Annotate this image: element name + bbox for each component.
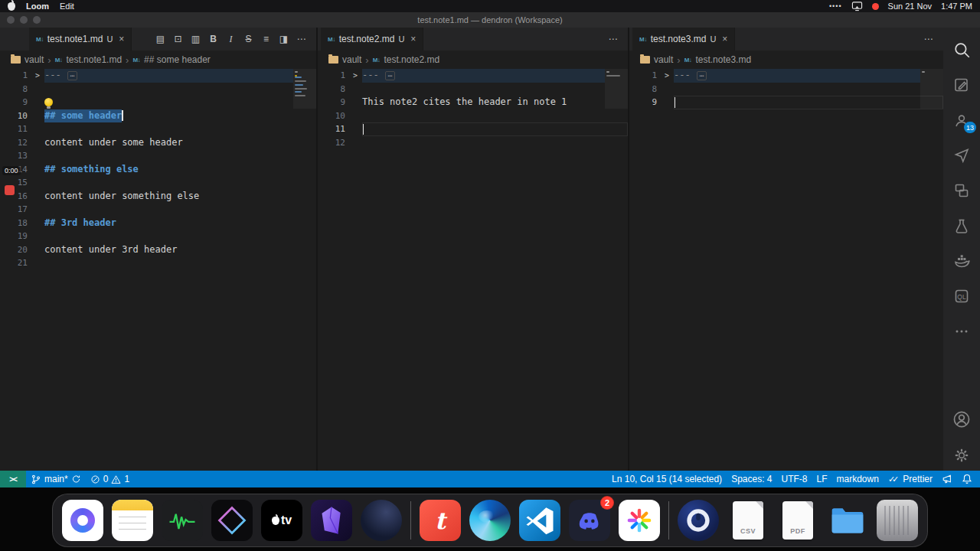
dock-item-csv-file[interactable]: CSV <box>727 500 769 541</box>
editor-line-17[interactable]: 17 <box>0 203 316 217</box>
encoding[interactable]: UTF-8 <box>777 471 812 487</box>
breadcrumb-file[interactable]: test.note3.md <box>695 54 751 65</box>
editor-2[interactable]: 1>---⋯89This note2 cites the header in n… <box>318 69 628 471</box>
layouts-icon[interactable] <box>943 173 980 208</box>
editor-line-8[interactable]: 8 <box>629 83 943 96</box>
editor-line-9[interactable]: 9This note2 cites the header in note 1 <box>318 96 628 109</box>
send-icon[interactable] <box>943 138 980 173</box>
editor-line-19[interactable]: 19 <box>0 230 316 243</box>
tab-test-note1[interactable]: M↓ test.note1.md U × <box>29 28 132 51</box>
language-mode[interactable]: markdown <box>832 471 884 487</box>
breadcrumb-vault[interactable]: vault <box>342 54 361 65</box>
folded-region-ellipsis[interactable]: ⋯ <box>697 71 707 80</box>
git-branch[interactable]: main* <box>26 471 86 487</box>
editor-line-16[interactable]: 16content under something else <box>0 190 316 204</box>
editor-line-8[interactable]: 8 <box>0 83 316 96</box>
dock-item-prism[interactable] <box>211 500 253 541</box>
breadcrumb-file[interactable]: test.note2.md <box>384 54 439 65</box>
editor-line-11[interactable]: 11 <box>0 122 316 136</box>
menubar-overflow-icon[interactable]: •••• <box>829 2 842 10</box>
recording-indicator-icon[interactable] <box>872 3 879 10</box>
dock-item-obsidian[interactable] <box>311 500 352 541</box>
search-icon[interactable] <box>943 32 980 67</box>
editor-line-10[interactable]: 10 <box>318 109 628 123</box>
strikethrough-icon[interactable]: S <box>240 34 257 44</box>
window-title-bar[interactable]: test.note1.md — dendron (Workspace) <box>0 12 980 28</box>
breadcrumb-file[interactable]: test.note1.md <box>66 54 122 65</box>
editor-line-1[interactable]: 1>---⋯ <box>629 69 943 83</box>
tab-test-note3[interactable]: M↓ test.note3.md U × <box>632 28 735 51</box>
problems-indicator[interactable]: 0 1 <box>86 471 134 487</box>
dock-item-audio-recorder[interactable] <box>162 500 203 541</box>
breadcrumb-symbol[interactable]: ## some header <box>144 54 211 65</box>
fold-chevron-icon[interactable]: > <box>348 71 362 80</box>
dock-item-vscode[interactable] <box>519 500 560 541</box>
folded-region-ellipsis[interactable]: ⋯ <box>67 71 77 80</box>
editor-line-1[interactable]: 1>---⋯ <box>318 69 628 83</box>
bold-icon[interactable]: B <box>204 34 222 44</box>
formatter-status[interactable]: ✓✓ Prettier <box>884 471 937 487</box>
dock-item-notes[interactable] <box>112 500 153 541</box>
editor-line-11[interactable]: 11 <box>318 122 628 136</box>
editor-line-8[interactable]: 8 <box>318 83 628 96</box>
open-preview-icon[interactable]: ▤ <box>152 34 169 44</box>
bullet-list-icon[interactable]: ≡ <box>257 34 275 44</box>
editor-line-13[interactable]: 13 <box>0 149 316 163</box>
dock-item-pinwheel[interactable] <box>619 500 660 541</box>
more-actions-icon[interactable]: ⋯ <box>920 34 937 44</box>
codeql-icon[interactable]: QL <box>943 279 980 314</box>
traffic-light-close[interactable] <box>7 16 15 24</box>
dock-item-onepassword[interactable] <box>678 500 719 541</box>
editor-line-1[interactable]: 1>---⋯ <box>0 69 316 83</box>
screen-mirroring-icon[interactable] <box>851 1 863 11</box>
tab-test-note2[interactable]: M↓ test.note2.md U × <box>321 28 423 51</box>
dock-item-discord[interactable]: 2 <box>569 500 610 541</box>
editor-3[interactable]: 1>---⋯89 <box>629 69 943 471</box>
editor-1[interactable]: 1>---⋯8910## some header1112content unde… <box>0 69 316 471</box>
italic-icon[interactable]: I <box>222 34 240 45</box>
cursor-position[interactable]: Ln 10, Col 15 (14 selected) <box>607 471 727 487</box>
feedback-icon[interactable] <box>937 471 957 487</box>
copy-icon[interactable]: ⊡ <box>169 34 187 44</box>
fold-chevron-icon[interactable]: > <box>660 71 674 80</box>
more-actions-icon[interactable]: ⋯ <box>604 34 622 44</box>
editor-line-15[interactable]: 15 <box>0 176 316 190</box>
accounts-icon[interactable]: 13 <box>943 103 980 138</box>
menubar-time[interactable]: 1:47 PM <box>941 2 972 11</box>
remote-indicator[interactable]: >< <box>0 471 26 487</box>
editor-line-20[interactable]: 20content under 3rd header <box>0 243 316 257</box>
beaker-icon[interactable] <box>943 208 980 243</box>
apple-menu-icon[interactable] <box>8 2 15 11</box>
breadcrumb-vault[interactable]: vault <box>24 54 44 65</box>
close-icon[interactable]: × <box>722 34 727 44</box>
editor-line-9[interactable]: 9 <box>0 96 316 109</box>
breadcrumb-vault[interactable]: vault <box>654 54 673 65</box>
open-preview-side-icon[interactable]: ▥ <box>187 34 204 44</box>
minimap[interactable] <box>922 69 939 471</box>
editor-line-18[interactable]: 18## 3rd header <box>0 217 316 230</box>
editor-line-14[interactable]: 14## something else <box>0 163 316 177</box>
dock-item-apple-tv[interactable]: tv <box>261 500 302 541</box>
dock-item-trash[interactable] <box>877 500 918 541</box>
traffic-light-zoom[interactable] <box>33 16 41 24</box>
docker-icon[interactable] <box>943 243 980 279</box>
traffic-light-minimize[interactable] <box>20 16 28 24</box>
dock-item-edge[interactable] <box>469 500 511 541</box>
more-actions-icon[interactable]: ⋯ <box>292 34 310 44</box>
folded-region-ellipsis[interactable]: ⋯ <box>385 71 395 80</box>
dock-item-pdf-file[interactable]: PDF <box>777 500 818 541</box>
account-icon[interactable] <box>943 402 980 437</box>
settings-gear-icon[interactable] <box>943 440 980 471</box>
menubar-date[interactable]: Sun 21 Nov <box>888 2 932 11</box>
more-views-icon[interactable] <box>943 314 980 349</box>
fold-chevron-icon[interactable]: > <box>31 71 44 80</box>
notifications-bell-icon[interactable] <box>957 471 977 487</box>
app-menu[interactable]: Loom <box>26 2 49 11</box>
close-icon[interactable]: × <box>119 34 124 44</box>
dock-item-dark-app[interactable] <box>361 500 402 541</box>
close-icon[interactable]: × <box>410 34 416 44</box>
dock-item-loom[interactable] <box>62 500 103 541</box>
editor-line-21[interactable]: 21 <box>0 256 316 270</box>
editor-line-10[interactable]: 10## some header <box>0 109 316 123</box>
eol-sequence[interactable]: LF <box>812 471 832 487</box>
